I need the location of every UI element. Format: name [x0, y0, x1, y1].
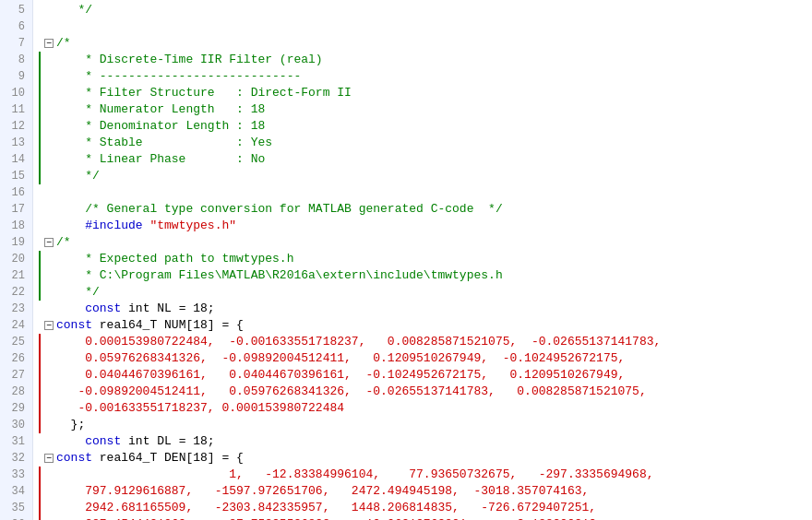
line-numbers: 5678910111213141516171819202122232425262… — [0, 0, 33, 520]
code-token: 2942.681165509, -2303.842335957, 1448.20… — [56, 500, 596, 516]
code-token: * Discrete-Time IIR Filter (real) — [56, 52, 323, 68]
code-token: * Denominator Length : 18 — [56, 118, 265, 135]
code-token: * Filter Structure : Direct-Form II — [56, 85, 352, 101]
code-token: */ — [56, 284, 100, 301]
line-number: 6 — [7, 18, 25, 35]
code-line: const int NL = 18; — [39, 301, 812, 317]
code-token: */ — [56, 168, 100, 184]
code-token — [56, 218, 85, 234]
code-token: const — [85, 433, 121, 450]
code-token — [56, 433, 85, 450]
code-token: 797.9129616887, -1597.972651706, 2472.49… — [56, 483, 589, 500]
line-number: 9 — [7, 68, 25, 85]
code-content[interactable]: */−/* * Discrete-Time IIR Filter (real) … — [33, 0, 812, 520]
code-line: * Expected path to tmwtypes.h — [39, 251, 812, 267]
code-line: * Discrete-Time IIR Filter (real) — [39, 52, 812, 68]
code-line: * ---------------------------- — [39, 68, 812, 85]
code-token: * Stable : Yes — [56, 135, 272, 151]
code-token — [56, 301, 85, 317]
code-token: "tmwtypes.h" — [143, 218, 236, 234]
line-number: 7 — [7, 35, 25, 52]
code-line: 0.000153980722484, -0.001633551718237, 0… — [39, 334, 812, 350]
fold-marker[interactable]: − — [44, 321, 54, 330]
line-number: 8 — [7, 52, 25, 68]
line-number: 19 — [7, 234, 25, 251]
code-line: * Stable : Yes — [39, 135, 812, 151]
line-number: 14 — [7, 151, 25, 168]
code-line: * Filter Structure : Direct-Form II — [39, 85, 812, 101]
code-line — [39, 18, 812, 35]
code-line: * Denominator Length : 18 — [39, 118, 812, 135]
fold-marker[interactable]: − — [44, 454, 54, 463]
code-token — [56, 2, 78, 18]
code-token: const — [56, 317, 92, 334]
line-number: 11 — [7, 101, 25, 118]
code-line: 287.4544421962, -87.75235536838, 19.9621… — [39, 516, 812, 520]
fold-marker[interactable]: − — [44, 39, 54, 48]
line-number: 29 — [7, 400, 25, 417]
code-line: 797.9129616887, -1597.972651706, 2472.49… — [39, 483, 812, 500]
line-number: 13 — [7, 135, 25, 151]
code-token: * Expected path to tmwtypes.h — [56, 251, 293, 267]
line-number: 30 — [7, 417, 25, 433]
code-token: 0.000153980722484, -0.001633551718237, 0… — [56, 334, 661, 350]
code-line: /* General type conversion for MATLAB ge… — [39, 201, 812, 218]
code-line: 1, -12.83384996104, 77.93650732675, -297… — [39, 467, 812, 483]
code-token: }; — [56, 417, 85, 433]
code-line: −/* — [39, 234, 812, 251]
line-number: 17 — [7, 201, 25, 218]
fold-marker[interactable]: − — [44, 238, 54, 247]
code-line: −const real64_T DEN[18] = { — [39, 450, 812, 467]
line-number: 23 — [7, 301, 25, 317]
code-line: 2942.681165509, -2303.842335957, 1448.20… — [39, 500, 812, 516]
code-token: * ---------------------------- — [56, 68, 301, 85]
code-token: const — [56, 450, 92, 467]
code-line: }; — [39, 417, 812, 433]
code-token: 1, -12.83384996104, 77.93650732675, -297… — [56, 467, 654, 483]
line-number: 21 — [7, 267, 25, 284]
code-line: -0.001633551718237, 0.000153980722484 — [39, 400, 812, 417]
line-number: 25 — [7, 334, 25, 350]
line-number: 24 — [7, 317, 25, 334]
line-number: 28 — [7, 384, 25, 400]
code-token: real64_T NUM[18] = { — [92, 317, 244, 334]
code-line: * C:\Program Files\MATLAB\R2016a\extern\… — [39, 267, 812, 284]
code-line: #include "tmwtypes.h" — [39, 218, 812, 234]
code-line: * Numerator Length : 18 — [39, 101, 812, 118]
code-token: /* — [56, 35, 71, 52]
line-number: 16 — [7, 184, 25, 201]
code-line: 0.04044670396161, 0.04044670396161, -0.1… — [39, 367, 812, 384]
code-token: -0.09892004512411, 0.05976268341326, -0.… — [56, 384, 647, 400]
code-token: * Numerator Length : 18 — [56, 101, 265, 118]
code-line: const int DL = 18; — [39, 433, 812, 450]
code-token: const — [85, 301, 121, 317]
code-token: */ — [78, 2, 92, 18]
code-token: 0.05976268341326, -0.09892004512411, 0.1… — [56, 350, 625, 367]
line-number: 27 — [7, 367, 25, 384]
line-number: 20 — [7, 251, 25, 267]
code-line: -0.09892004512411, 0.05976268341326, -0.… — [39, 384, 812, 400]
code-token: 287.4544421962, -87.75235536838, 19.9621… — [56, 516, 603, 520]
line-number: 12 — [7, 118, 25, 135]
code-token: int DL = 18; — [121, 433, 214, 450]
code-token: real64_T DEN[18] = { — [92, 450, 244, 467]
line-number: 15 — [7, 168, 25, 184]
code-token: 0.04044670396161, 0.04044670396161, -0.1… — [56, 367, 625, 384]
code-token: /* — [56, 234, 71, 251]
line-number: 5 — [7, 2, 25, 18]
code-container: 5678910111213141516171819202122232425262… — [0, 0, 812, 520]
line-number: 33 — [7, 467, 25, 483]
code-line: */ — [39, 284, 812, 301]
code-line: −/* — [39, 35, 812, 52]
code-line: −const real64_T NUM[18] = { — [39, 317, 812, 334]
code-area: 5678910111213141516171819202122232425262… — [0, 0, 812, 520]
line-number: 36 — [7, 516, 25, 520]
code-line: */ — [39, 168, 812, 184]
line-number: 34 — [7, 483, 25, 500]
code-line — [39, 184, 812, 201]
line-number: 22 — [7, 284, 25, 301]
line-number: 10 — [7, 85, 25, 101]
line-number: 31 — [7, 433, 25, 450]
line-number: 26 — [7, 350, 25, 367]
line-number: 32 — [7, 450, 25, 467]
